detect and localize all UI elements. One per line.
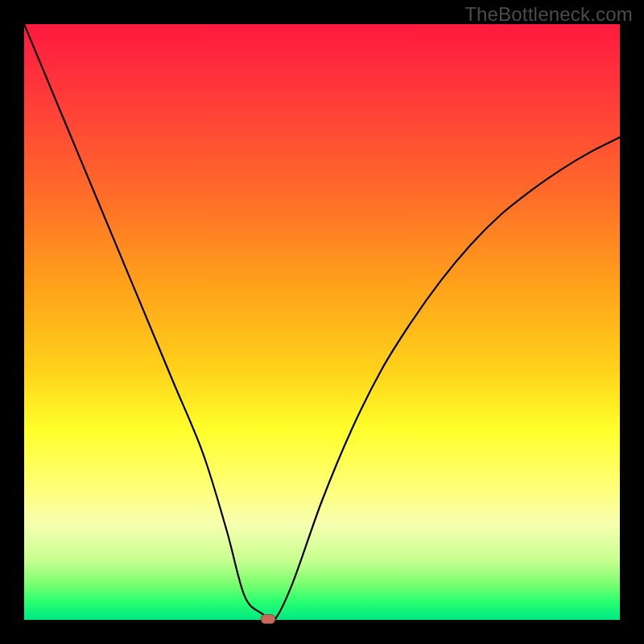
chart-container: TheBottleneck.com: [0, 0, 644, 644]
plot-area: [24, 24, 620, 620]
curve-svg: [24, 24, 620, 620]
bottleneck-curve: [24, 24, 620, 620]
optimal-point-marker: [261, 614, 275, 624]
watermark-text: TheBottleneck.com: [464, 3, 633, 26]
